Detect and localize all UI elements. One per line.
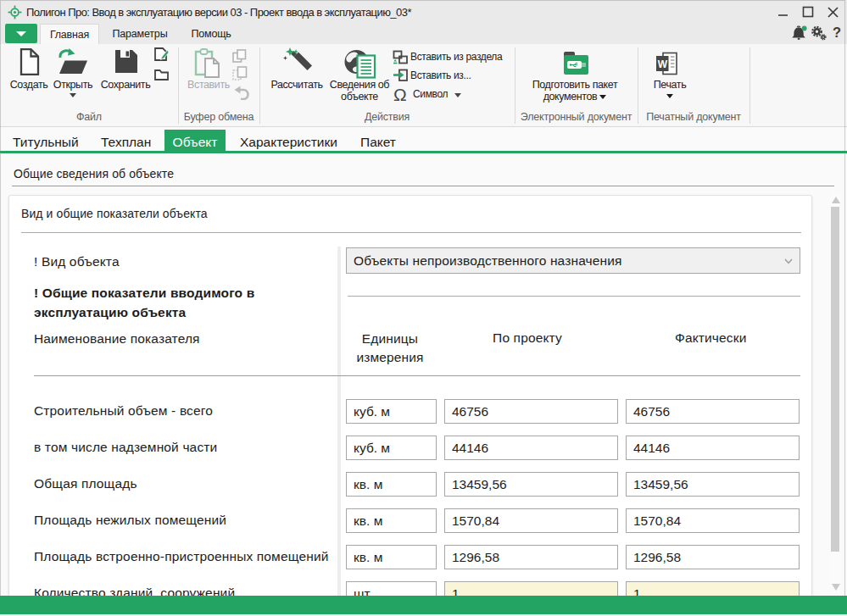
- svg-text:W: W: [658, 58, 668, 70]
